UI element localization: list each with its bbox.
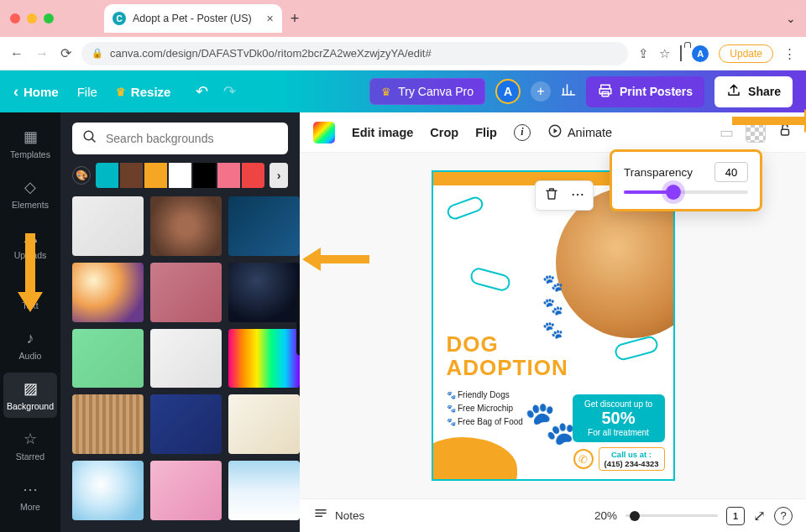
element-more-icon[interactable]: ⋯ [571, 186, 584, 205]
background-thumbnail[interactable] [72, 329, 144, 389]
new-tab-button[interactable]: + [290, 10, 300, 28]
close-window-dot[interactable] [10, 13, 20, 23]
printer-icon [598, 83, 613, 101]
color-swatch[interactable] [242, 163, 264, 188]
user-avatar[interactable]: A [495, 79, 521, 104]
color-indicator[interactable] [313, 122, 335, 143]
background-thumbnail[interactable] [150, 329, 222, 389]
undo-button[interactable]: ↶ [196, 82, 208, 101]
tabs-overflow-icon[interactable]: ⌄ [786, 12, 796, 25]
rail-text[interactable]: TText [3, 272, 57, 317]
poster-title-line1[interactable]: DOG [447, 331, 499, 357]
try-pro-button[interactable]: ♛ Try Canva Pro [369, 78, 485, 105]
notes-button[interactable]: Notes [313, 507, 364, 524]
background-thumbnail[interactable] [228, 263, 300, 322]
share-page-icon[interactable]: ⇪ [638, 46, 649, 61]
crop-button[interactable]: Crop [430, 126, 458, 139]
background-thumbnail[interactable] [228, 329, 300, 389]
context-toolbar: Edit image Crop Flip i Animate ▭ [300, 112, 806, 153]
extensions-icon[interactable] [680, 46, 682, 60]
edit-image-button[interactable]: Edit image [352, 126, 413, 139]
canva-favicon-icon: C [113, 12, 126, 25]
forward-button[interactable]: → [35, 46, 49, 61]
back-button[interactable]: ← [10, 46, 24, 61]
update-button[interactable]: Update [719, 44, 773, 63]
color-swatch[interactable] [120, 163, 143, 188]
background-thumbnail[interactable] [150, 196, 222, 256]
transparency-slider[interactable] [624, 190, 748, 194]
browser-tab-strip: C Adopt a Pet - Poster (US) × + ⌄ [0, 0, 806, 37]
print-posters-button[interactable]: Print Posters [586, 76, 704, 107]
browser-menu-icon[interactable]: ⋮ [783, 46, 796, 61]
insights-icon[interactable] [561, 82, 576, 102]
poster-features[interactable]: Friendly Dogs Free Microchip Free Bag of… [447, 390, 523, 426]
background-thumbnail[interactable] [150, 394, 222, 454]
templates-icon: ▦ [24, 128, 38, 146]
delete-element-icon[interactable] [544, 186, 559, 205]
phone-block[interactable]: ✆ Call us at : (415) 234-4323 [573, 447, 665, 471]
color-swatch[interactable] [144, 163, 167, 188]
background-thumbnail[interactable] [72, 196, 144, 256]
search-input[interactable] [106, 132, 278, 145]
url-field[interactable]: 🔒 canva.com/design/DAFASTvDk0o/ritom2bcr… [81, 42, 628, 65]
background-thumbnail[interactable] [228, 461, 300, 520]
rail-more[interactable]: ⋯More [3, 473, 57, 519]
rail-audio[interactable]: ♪Audio [3, 322, 57, 368]
background-thumbnail[interactable] [228, 394, 300, 454]
add-member-button[interactable]: + [531, 81, 551, 102]
browser-address-bar: ← → ⟳ 🔒 canva.com/design/DAFASTvDk0o/rit… [0, 37, 806, 70]
page-indicator[interactable]: 1 [726, 507, 745, 525]
color-swatch[interactable] [193, 163, 216, 188]
zoom-slider[interactable] [625, 514, 718, 517]
transparency-button[interactable] [746, 123, 766, 143]
rail-elements[interactable]: ◇Elements [3, 171, 57, 216]
promo-line1: Get discount up to [579, 399, 658, 409]
color-swatch[interactable] [169, 163, 191, 188]
home-button[interactable]: ‹ Home [13, 83, 59, 101]
poster-canvas[interactable]: ⋯ ⧉ 🐾 🐾 🐾 DOG ADOPTION Friendly Dogs Fre… [432, 170, 675, 481]
poster-title-line2[interactable]: ADOPTION [447, 355, 568, 381]
transparency-input[interactable] [714, 162, 748, 182]
background-thumbnail[interactable] [228, 196, 300, 256]
file-menu[interactable]: File [77, 85, 97, 99]
browser-tab[interactable]: C Adopt a Pet - Poster (US) × [104, 4, 282, 33]
color-swatch[interactable] [96, 163, 118, 188]
lock-icon[interactable] [777, 123, 793, 142]
background-thumbnail[interactable] [72, 461, 144, 520]
rail-uploads[interactable]: ☁︎Uploads [3, 222, 57, 267]
color-swatch[interactable] [217, 163, 240, 188]
background-thumbnail[interactable] [150, 461, 222, 520]
promo-box[interactable]: Get discount up to 50% For all treatment [573, 394, 665, 442]
background-thumbnail[interactable] [72, 394, 144, 454]
position-icon[interactable]: ▭ [720, 123, 734, 142]
animate-button[interactable]: Animate [547, 123, 612, 141]
uploads-icon: ☁︎ [23, 228, 38, 247]
fullscreen-icon[interactable]: ⤢ [753, 507, 766, 525]
close-tab-icon[interactable]: × [267, 12, 274, 25]
redo-button[interactable]: ↷ [223, 82, 236, 101]
search-backgrounds[interactable] [72, 123, 288, 154]
rail-background[interactable]: ▨Background [3, 373, 57, 418]
try-pro-label: Try Canva Pro [398, 85, 474, 98]
crown-icon: ♛ [116, 86, 126, 98]
bookmark-icon[interactable]: ☆ [659, 46, 670, 61]
background-thumbnail[interactable] [150, 263, 222, 322]
paw-icon: 🐾 [542, 296, 563, 316]
maximize-window-dot[interactable] [44, 13, 54, 23]
swatches-next-button[interactable]: › [270, 163, 288, 188]
palette-icon[interactable]: 🎨 [72, 166, 91, 185]
minimize-window-dot[interactable] [27, 13, 37, 23]
print-label: Print Posters [620, 85, 693, 98]
notes-icon [313, 507, 328, 524]
rail-templates[interactable]: ▦Templates [3, 121, 57, 166]
background-icon: ▨ [24, 379, 38, 398]
rail-starred[interactable]: ☆Starred [3, 423, 57, 468]
background-thumbnail[interactable] [72, 263, 144, 322]
flip-button[interactable]: Flip [475, 126, 497, 139]
share-button[interactable]: Share [714, 76, 793, 107]
reload-button[interactable]: ⟳ [60, 45, 71, 61]
help-icon[interactable]: ? [774, 507, 793, 525]
info-icon[interactable]: i [514, 124, 531, 141]
resize-button[interactable]: ♛ Resize [116, 85, 171, 99]
profile-avatar[interactable]: A [692, 45, 709, 62]
